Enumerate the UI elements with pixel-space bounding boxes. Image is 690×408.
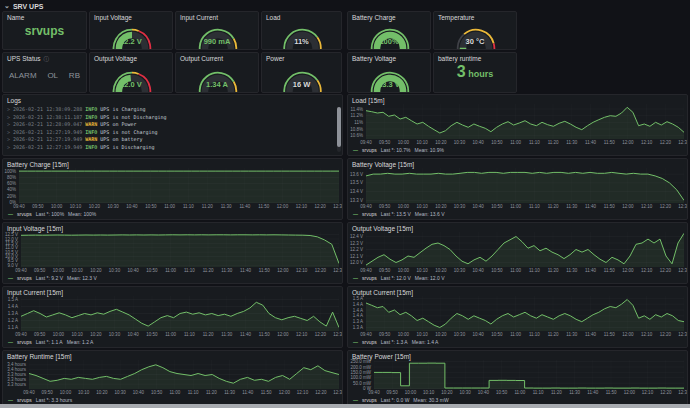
legend-last-value: Last *: 3.3 hours bbox=[36, 397, 72, 403]
panel-title[interactable]: Output Current bbox=[176, 53, 258, 62]
x-axis-tick: 11:20 bbox=[548, 332, 559, 337]
dashboard-row-header[interactable]: ⌄ SRV UPS bbox=[4, 1, 43, 11]
x-axis-tick: 10:00 bbox=[398, 204, 409, 209]
x-axis-tick: 11:00 bbox=[510, 140, 521, 145]
log-entry[interactable]: > 2026-02-21 12:28:09.047 WARN UPS on Po… bbox=[7, 121, 334, 129]
battery-power-chart bbox=[374, 360, 684, 389]
log-timestamp: 2026-02-21 12:27:19.949 bbox=[13, 136, 85, 142]
panel-title[interactable]: Input Current bbox=[176, 12, 258, 21]
legend-series-name[interactable]: srvups bbox=[17, 397, 32, 403]
input-current-chart bbox=[21, 296, 339, 331]
legend-series-name[interactable]: srvups bbox=[17, 211, 32, 217]
info-icon[interactable]: ⓘ bbox=[44, 56, 50, 62]
panel-title[interactable]: Temperature bbox=[434, 12, 516, 21]
log-entry[interactable]: > 2026-02-21 12:38:11.187 INFO UPS is no… bbox=[7, 114, 334, 122]
log-entry[interactable]: > 2026-02-21 12:27:19.949 INFO UPS is Di… bbox=[7, 144, 334, 152]
panel-title[interactable]: Power bbox=[262, 53, 341, 62]
chart-panel-battery-charge: Battery Charge [15m]100%80%60%40%20%0%09… bbox=[2, 158, 343, 220]
gauge-panel-load: Load11% bbox=[261, 11, 342, 50]
output-current-chart bbox=[366, 296, 684, 331]
ups-status-panel: UPS StatusⓘALARMOLRB bbox=[2, 52, 87, 93]
x-axis-tick: 09:50 bbox=[32, 204, 43, 209]
x-axis-tick: 12:20 bbox=[660, 332, 671, 337]
legend-series-color: — bbox=[353, 339, 358, 345]
logs-scrollbar[interactable] bbox=[337, 107, 341, 152]
load-chart bbox=[366, 104, 684, 139]
x-axis-tick: 09:50 bbox=[387, 390, 398, 395]
y-axis-tick: 150.0 mW bbox=[348, 370, 371, 375]
legend-last-value: Last *: 0.0 W bbox=[381, 397, 410, 403]
x-axis-tick: 11:20 bbox=[548, 268, 559, 273]
x-axis-tick: 10:20 bbox=[90, 332, 101, 337]
panel-title[interactable]: Battery Voltage [15m] bbox=[348, 159, 687, 168]
log-level: INFO bbox=[85, 114, 100, 120]
battery-runtime-chart bbox=[29, 360, 339, 389]
x-axis-tick: 11:50 bbox=[259, 332, 270, 337]
chevron-down-icon: ⌄ bbox=[4, 3, 10, 9]
x-axis-tick: 10:00 bbox=[60, 390, 71, 395]
x-axis-tick: 12:00 bbox=[279, 390, 290, 395]
log-entry[interactable]: > 2026-02-21 12:38:09.288 INFO UPS is Ch… bbox=[7, 106, 334, 114]
x-axis-tick: 10:40 bbox=[478, 390, 489, 395]
y-axis-tick: 80% bbox=[3, 175, 16, 180]
x-axis-tick: 11:20 bbox=[548, 140, 559, 145]
chart-panel-battery-power: Battery Power [15m]250.0 mW200.0 mW150.0… bbox=[347, 350, 688, 406]
status-flag-ol: OL bbox=[47, 71, 58, 80]
logs-scrollbar-thumb[interactable] bbox=[337, 107, 341, 147]
log-message: UPS is Charging bbox=[100, 106, 145, 112]
panel-title[interactable]: Load bbox=[262, 12, 341, 21]
x-axis-tick: 11:00 bbox=[165, 268, 176, 273]
panel-title[interactable]: Output Voltage bbox=[90, 53, 172, 62]
legend-series-name[interactable]: srvups bbox=[362, 211, 377, 217]
panel-title[interactable]: Battery Runtime [15m] bbox=[3, 351, 342, 360]
x-axis-tick: 12:30 bbox=[333, 332, 343, 337]
panel-title[interactable]: Input Current [15m] bbox=[3, 287, 342, 296]
panel-title[interactable]: Input Voltage [15m] bbox=[3, 223, 342, 232]
log-timestamp: 2026-02-21 12:27:19.949 bbox=[13, 144, 85, 150]
x-axis-tick: 10:20 bbox=[89, 204, 100, 209]
panel-title[interactable]: Battery Charge [15m] bbox=[3, 159, 342, 168]
x-axis-tick: 10:40 bbox=[128, 268, 139, 273]
legend-series-color: — bbox=[8, 275, 13, 281]
panel-title[interactable]: Load [15m] bbox=[348, 95, 687, 104]
legend-last-value: Last *: 13.5 V bbox=[381, 211, 411, 217]
legend-series-name[interactable]: srvups bbox=[362, 147, 377, 153]
legend-series-name[interactable]: srvups bbox=[362, 339, 377, 345]
battery-runtime-panel: battery runtime3 hours bbox=[433, 52, 517, 93]
panel-title[interactable]: Battery Power [15m] bbox=[348, 351, 687, 360]
x-axis-tick: 12:10 bbox=[641, 268, 652, 273]
chart-panel-battery-voltage: Battery Voltage [15m]13.6 V13.5 V13.4 V1… bbox=[347, 158, 688, 220]
log-entry[interactable]: > 2026-02-21 12:27:19.949 INFO UPS is no… bbox=[7, 129, 334, 137]
x-axis-tick: 10:30 bbox=[454, 268, 465, 273]
chart-legend: —srvupsLast *: 1.1 AMean: 1.2 A bbox=[8, 339, 93, 345]
x-axis-tick: 10:10 bbox=[416, 140, 427, 145]
ups-name-value: srvups bbox=[3, 24, 86, 38]
panel-title[interactable]: Output Current [15m] bbox=[348, 287, 687, 296]
gauge-panel-input-current: Input Current990 mA bbox=[175, 11, 259, 50]
log-timestamp: 2026-02-21 12:38:09.288 bbox=[13, 106, 85, 112]
legend-series-name[interactable]: srvups bbox=[362, 275, 377, 281]
x-axis-tick: 12:30 bbox=[333, 390, 343, 395]
panel-title[interactable]: Battery Charge bbox=[348, 12, 430, 21]
x-axis-tick: 09:40 bbox=[368, 390, 379, 395]
panel-title[interactable]: Battery Voltage bbox=[348, 53, 430, 62]
x-axis-tick: 10:30 bbox=[454, 332, 465, 337]
x-axis-tick: 11:20 bbox=[548, 204, 559, 209]
panel-title[interactable]: Logs bbox=[3, 95, 342, 104]
panel-title[interactable]: Input Voltage bbox=[90, 12, 172, 21]
panel-title[interactable]: Output Voltage [15m] bbox=[348, 223, 687, 232]
chart-legend: —srvupsLast *: 12.0 VMean: 12.0 V bbox=[353, 275, 445, 281]
legend-series-name[interactable]: srvups bbox=[17, 275, 32, 281]
gauge-panel-output-current: Output Current1.34 A bbox=[175, 52, 259, 93]
panel-title[interactable]: UPS Statusⓘ bbox=[3, 53, 86, 63]
panel-title[interactable]: Name bbox=[3, 12, 86, 21]
x-axis-tick: 10:30 bbox=[107, 204, 118, 209]
chart-panel-input-voltage: Input Voltage [15m]12.5 V12.0 V11.5 V11.… bbox=[2, 222, 343, 284]
log-entry[interactable]: > 2026-02-21 12:27:19.949 WARN UPS on ba… bbox=[7, 136, 334, 144]
legend-series-name[interactable]: srvups bbox=[17, 339, 32, 345]
legend-series-name[interactable]: srvups bbox=[362, 397, 377, 403]
panel-title[interactable]: battery runtime bbox=[434, 53, 516, 62]
x-axis-tick: 11:40 bbox=[242, 390, 253, 395]
x-axis-tick: 11:30 bbox=[221, 268, 232, 273]
y-axis-tick: 60% bbox=[3, 181, 16, 186]
